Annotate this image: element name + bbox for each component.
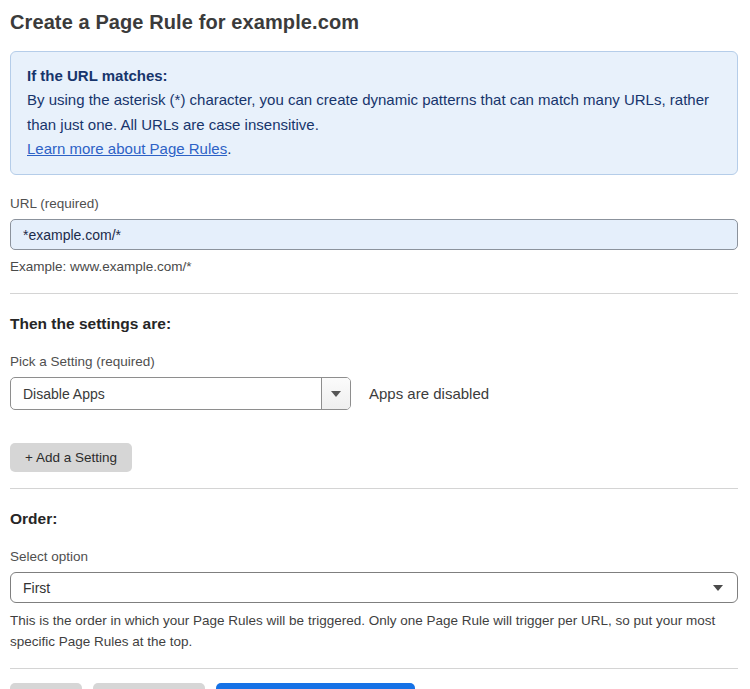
- setting-dropdown-value: Disable Apps: [11, 378, 321, 409]
- order-select-value: First: [23, 580, 50, 596]
- link-suffix: .: [227, 140, 231, 157]
- url-match-info-box: If the URL matches: By using the asteris…: [10, 51, 738, 175]
- save-and-deploy-button[interactable]: Save and Deploy Page Rule: [216, 683, 416, 689]
- divider: [10, 668, 738, 669]
- save-as-draft-button[interactable]: Save as Draft: [93, 683, 205, 689]
- footer-actions: Cancel Save as Draft Save and Deploy Pag…: [10, 683, 738, 689]
- info-box-body: By using the asterisk (*) character, you…: [27, 88, 721, 137]
- divider: [10, 488, 738, 489]
- order-helper-text: This is the order in which your Page Rul…: [10, 611, 726, 652]
- page-title: Create a Page Rule for example.com: [10, 11, 738, 34]
- info-box-link-line: Learn more about Page Rules.: [27, 137, 721, 161]
- setting-dropdown-arrow-button[interactable]: [321, 378, 350, 409]
- order-select-label: Select option: [10, 549, 738, 564]
- setting-dropdown[interactable]: Disable Apps: [10, 377, 351, 410]
- setting-picker-label: Pick a Setting (required): [10, 354, 738, 369]
- url-field-label: URL (required): [10, 196, 738, 211]
- url-input[interactable]: [10, 219, 738, 250]
- url-field-helper: Example: www.example.com/*: [10, 257, 738, 277]
- caret-down-icon: [331, 391, 341, 397]
- create-page-rule-form: Create a Page Rule for example.com If th…: [0, 0, 750, 689]
- add-setting-button[interactable]: + Add a Setting: [10, 443, 132, 472]
- caret-down-icon: [713, 585, 723, 591]
- divider: [10, 293, 738, 294]
- setting-row: Disable Apps Apps are disabled: [10, 377, 738, 410]
- settings-section-heading: Then the settings are:: [10, 315, 738, 333]
- info-box-heading: If the URL matches:: [27, 64, 721, 88]
- setting-status-text: Apps are disabled: [369, 385, 489, 402]
- learn-more-link[interactable]: Learn more about Page Rules: [27, 140, 227, 157]
- cancel-button[interactable]: Cancel: [10, 683, 82, 689]
- order-select[interactable]: First: [10, 572, 738, 603]
- order-section-heading: Order:: [10, 510, 738, 528]
